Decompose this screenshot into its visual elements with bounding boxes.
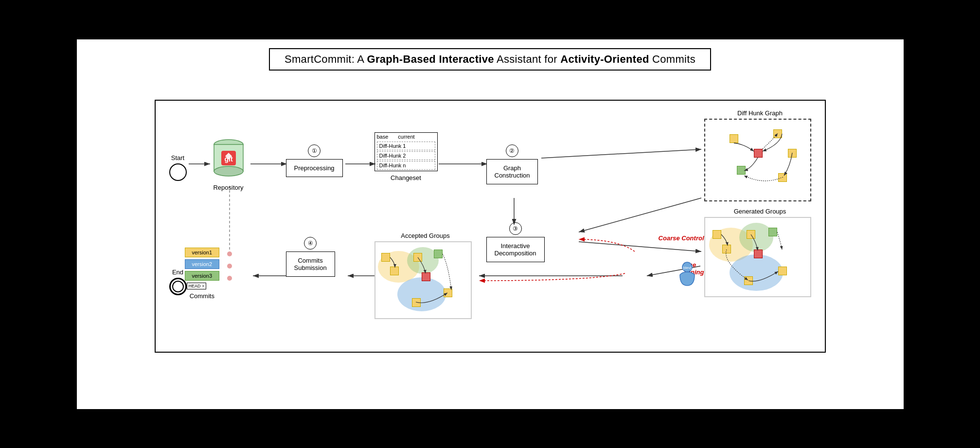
hunk2-row: Diff-Hunk 2 bbox=[377, 151, 435, 160]
title-box: SmartCommit: A Graph-Based Interactive A… bbox=[269, 48, 711, 71]
changeset-table: base current Diff-Hunk 1 Diff-Hunk 2 Dif… bbox=[374, 132, 438, 171]
generated-groups-label: Generated Groups bbox=[704, 208, 816, 215]
interactive-decomp-box: InteractiveDecomposition bbox=[486, 237, 545, 262]
changeset-header: base current bbox=[375, 133, 437, 141]
version3-item: version3 bbox=[185, 271, 220, 281]
svg-point-17 bbox=[227, 264, 232, 269]
commits-section: version1 version2 version3 HEAD > Commit… bbox=[185, 237, 220, 300]
step2-circle: ② bbox=[506, 144, 518, 157]
generated-groups-box bbox=[704, 217, 811, 297]
preprocessing: ① Preprocessing bbox=[286, 144, 343, 177]
svg-line-6 bbox=[541, 149, 701, 158]
svg-text:{dev}: {dev} bbox=[682, 266, 692, 270]
slide: SmartCommit: A Graph-Based Interactive A… bbox=[77, 39, 904, 409]
start-label: Start bbox=[171, 154, 184, 161]
svg-point-16 bbox=[227, 251, 232, 256]
interactive-decomposition: ③ InteractiveDecomposition bbox=[486, 222, 545, 262]
head-label: HEAD > bbox=[187, 283, 207, 289]
step1-circle: ① bbox=[308, 144, 321, 157]
svg-line-7 bbox=[579, 198, 701, 232]
commits-label: Commits bbox=[190, 292, 214, 300]
diagram: Start git Repository bbox=[155, 100, 826, 353]
graph-construction-box: GraphConstruction bbox=[486, 159, 538, 184]
hunkn-row: Diff-Hunk n bbox=[377, 161, 435, 170]
cs-base: base bbox=[377, 134, 389, 140]
title-suffix: Commits bbox=[649, 53, 695, 65]
repository: git Repository bbox=[209, 137, 248, 191]
changeset-label: Changeset bbox=[391, 174, 421, 181]
title-bold1: Graph-Based Interactive bbox=[367, 53, 494, 65]
cs-current: current bbox=[398, 134, 414, 140]
title-bold2: Activity-Oriented bbox=[560, 53, 649, 65]
repository-label: Repository bbox=[213, 184, 243, 191]
commits-submission: ④ CommitsSubmission bbox=[286, 237, 335, 277]
generated-groups: Generated Groups bbox=[704, 208, 816, 300]
start-node: Start bbox=[169, 154, 187, 181]
title-prefix: SmartCommit: A bbox=[285, 53, 367, 65]
version2-item: version2 bbox=[185, 259, 220, 269]
commits-submission-box: CommitsSubmission bbox=[286, 251, 335, 277]
diff-hunk-box bbox=[704, 119, 811, 201]
start-circle bbox=[169, 163, 187, 181]
changeset: base current Diff-Hunk 1 Diff-Hunk 2 Dif… bbox=[374, 132, 438, 181]
accepted-groups-box bbox=[374, 241, 472, 319]
accepted-groups-label: Accepted Groups bbox=[374, 232, 477, 239]
end-circle bbox=[169, 278, 187, 295]
graph-construction: ② GraphConstruction bbox=[486, 144, 538, 184]
title-middle: Assistant for bbox=[494, 53, 561, 65]
git-icon: git bbox=[209, 137, 248, 181]
coarse-control-label: Coarse Control bbox=[659, 234, 704, 242]
versions-list: version1 version2 version3 HEAD > bbox=[185, 247, 220, 289]
dev-icon: {dev} bbox=[675, 261, 699, 288]
diff-hunk-label: Diff Hunk Graph bbox=[704, 109, 816, 117]
svg-point-21 bbox=[214, 166, 243, 176]
diff-hunk-graph: Diff Hunk Graph bbox=[704, 109, 816, 207]
version1-item: version1 bbox=[185, 248, 220, 257]
end-label: End bbox=[172, 269, 183, 276]
dev-figure: {dev} bbox=[675, 261, 699, 288]
step3-circle: ③ bbox=[509, 222, 522, 235]
svg-point-18 bbox=[227, 276, 232, 281]
end-inner-circle bbox=[172, 281, 184, 292]
hunk1-row: Diff-Hunk 1 bbox=[377, 142, 435, 150]
accepted-groups: Accepted Groups bbox=[374, 232, 477, 324]
svg-line-9 bbox=[579, 242, 701, 251]
preprocessing-box: Preprocessing bbox=[286, 159, 343, 177]
step4-circle: ④ bbox=[304, 237, 317, 250]
end-node: End bbox=[169, 269, 187, 295]
